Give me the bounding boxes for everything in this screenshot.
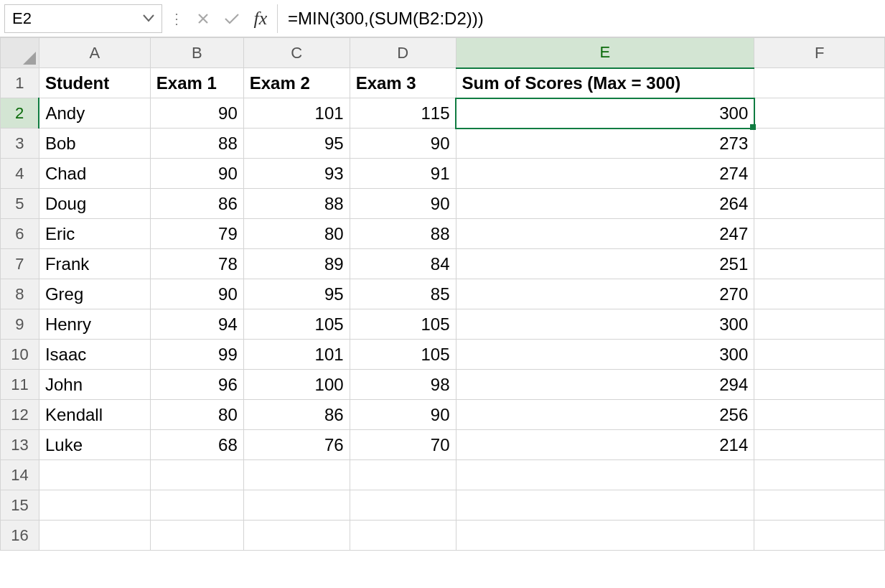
- column-header-B[interactable]: B: [150, 38, 243, 68]
- cell-D1[interactable]: Exam 3: [350, 68, 456, 98]
- cell-B10[interactable]: 99: [150, 340, 243, 370]
- cell-A6[interactable]: Eric: [39, 219, 150, 249]
- row-header-4[interactable]: 4: [1, 159, 39, 189]
- cell-F10[interactable]: [754, 340, 885, 370]
- cell-C5[interactable]: 88: [243, 189, 350, 219]
- cell-A15[interactable]: [39, 490, 150, 521]
- cell-E10[interactable]: 300: [456, 340, 754, 370]
- insert-function-button[interactable]: fx: [248, 6, 273, 31]
- cell-E7[interactable]: 251: [456, 249, 754, 279]
- cell-D5[interactable]: 90: [350, 189, 456, 219]
- cell-A13[interactable]: Luke: [39, 430, 150, 460]
- cell-A5[interactable]: Doug: [39, 189, 150, 219]
- column-header-E[interactable]: E: [456, 38, 754, 68]
- cell-F4[interactable]: [754, 159, 885, 189]
- row-header-12[interactable]: 12: [1, 400, 39, 430]
- cell-D6[interactable]: 88: [350, 219, 456, 249]
- cell-B8[interactable]: 90: [150, 279, 243, 309]
- row-header-13[interactable]: 13: [1, 430, 39, 460]
- row-header-14[interactable]: 14: [1, 460, 39, 490]
- cell-F3[interactable]: [754, 129, 885, 159]
- cell-A16[interactable]: [39, 521, 150, 551]
- cell-C8[interactable]: 95: [243, 279, 350, 309]
- cell-B14[interactable]: [150, 460, 243, 490]
- cell-A3[interactable]: Bob: [39, 129, 150, 159]
- cell-C15[interactable]: [243, 490, 350, 521]
- cell-C7[interactable]: 89: [243, 249, 350, 279]
- cell-E11[interactable]: 294: [456, 370, 754, 400]
- cell-E9[interactable]: 300: [456, 309, 754, 340]
- cell-B11[interactable]: 96: [150, 370, 243, 400]
- cell-D3[interactable]: 90: [350, 129, 456, 159]
- cell-B15[interactable]: [150, 490, 243, 521]
- row-header-7[interactable]: 7: [1, 249, 39, 279]
- cell-A2[interactable]: Andy: [39, 98, 150, 129]
- row-header-2[interactable]: 2: [1, 98, 39, 129]
- cell-F12[interactable]: [754, 400, 885, 430]
- cell-D9[interactable]: 105: [350, 309, 456, 340]
- row-header-9[interactable]: 9: [1, 309, 39, 340]
- cell-E6[interactable]: 247: [456, 219, 754, 249]
- cell-D8[interactable]: 85: [350, 279, 456, 309]
- column-header-F[interactable]: F: [754, 38, 885, 68]
- cell-B1[interactable]: Exam 1: [150, 68, 243, 98]
- row-header-8[interactable]: 8: [1, 279, 39, 309]
- cell-B9[interactable]: 94: [150, 309, 243, 340]
- cell-E2[interactable]: 300: [456, 98, 754, 129]
- cell-E8[interactable]: 270: [456, 279, 754, 309]
- cell-C2[interactable]: 101: [243, 98, 350, 129]
- row-header-10[interactable]: 10: [1, 340, 39, 370]
- cell-A12[interactable]: Kendall: [39, 400, 150, 430]
- cell-E5[interactable]: 264: [456, 189, 754, 219]
- cell-E4[interactable]: 274: [456, 159, 754, 189]
- column-header-A[interactable]: A: [39, 38, 150, 68]
- cell-A1[interactable]: Student: [39, 68, 150, 98]
- cell-C16[interactable]: [243, 521, 350, 551]
- cell-E16[interactable]: [456, 521, 754, 551]
- cell-F5[interactable]: [754, 189, 885, 219]
- row-header-6[interactable]: 6: [1, 219, 39, 249]
- cell-E3[interactable]: 273: [456, 129, 754, 159]
- cell-B12[interactable]: 80: [150, 400, 243, 430]
- cell-A8[interactable]: Greg: [39, 279, 150, 309]
- cell-D13[interactable]: 70: [350, 430, 456, 460]
- row-header-15[interactable]: 15: [1, 490, 39, 521]
- column-header-C[interactable]: C: [243, 38, 350, 68]
- row-header-3[interactable]: 3: [1, 129, 39, 159]
- cell-C13[interactable]: 76: [243, 430, 350, 460]
- cell-C14[interactable]: [243, 460, 350, 490]
- cell-A11[interactable]: John: [39, 370, 150, 400]
- row-header-1[interactable]: 1: [1, 68, 39, 98]
- cell-E15[interactable]: [456, 490, 754, 521]
- row-header-11[interactable]: 11: [1, 370, 39, 400]
- cell-D16[interactable]: [350, 521, 456, 551]
- cell-B16[interactable]: [150, 521, 243, 551]
- cell-C12[interactable]: 86: [243, 400, 350, 430]
- cell-C3[interactable]: 95: [243, 129, 350, 159]
- cancel-formula-button[interactable]: [191, 6, 215, 31]
- cell-F16[interactable]: [754, 521, 885, 551]
- cell-F2[interactable]: [754, 98, 885, 129]
- cell-C9[interactable]: 105: [243, 309, 350, 340]
- cell-D10[interactable]: 105: [350, 340, 456, 370]
- cell-F1[interactable]: [754, 68, 885, 98]
- cell-F7[interactable]: [754, 249, 885, 279]
- cell-C1[interactable]: Exam 2: [243, 68, 350, 98]
- cell-E12[interactable]: 256: [456, 400, 754, 430]
- cell-E13[interactable]: 214: [456, 430, 754, 460]
- cell-F14[interactable]: [754, 460, 885, 490]
- cell-D15[interactable]: [350, 490, 456, 521]
- cell-F9[interactable]: [754, 309, 885, 340]
- cell-F13[interactable]: [754, 430, 885, 460]
- cell-B4[interactable]: 90: [150, 159, 243, 189]
- formula-input[interactable]: =MIN(300,(SUM(B2:D2))): [277, 4, 881, 33]
- cell-A14[interactable]: [39, 460, 150, 490]
- cell-B6[interactable]: 79: [150, 219, 243, 249]
- row-header-16[interactable]: 16: [1, 521, 39, 551]
- cell-B3[interactable]: 88: [150, 129, 243, 159]
- cell-D14[interactable]: [350, 460, 456, 490]
- cell-E1[interactable]: Sum of Scores (Max = 300): [456, 68, 754, 98]
- cell-C10[interactable]: 101: [243, 340, 350, 370]
- column-header-D[interactable]: D: [350, 38, 456, 68]
- cell-C11[interactable]: 100: [243, 370, 350, 400]
